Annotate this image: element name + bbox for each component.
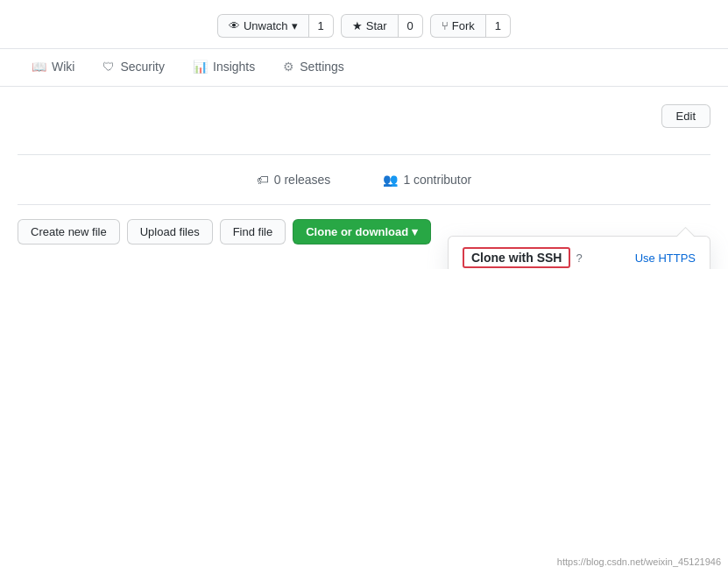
help-icon[interactable]: ? xyxy=(576,252,582,265)
edit-button[interactable]: Edit xyxy=(661,104,710,128)
unwatch-label: Unwatch xyxy=(244,19,288,32)
tab-security[interactable]: 🛡 Security xyxy=(88,49,179,86)
clone-with-ssh-title: Clone with SSH xyxy=(463,247,570,268)
main-content: Edit 🏷 0 releases 👥 1 contributor Create… xyxy=(0,87,728,269)
contributors-stat: 👥 1 contributor xyxy=(383,173,471,187)
tab-wiki-label: Wiki xyxy=(52,60,74,74)
star-button[interactable]: ★ Star xyxy=(341,14,399,38)
unwatch-button[interactable]: 👁 Unwatch ▾ xyxy=(217,14,309,38)
star-label: Star xyxy=(366,19,387,32)
clone-label: Clone or download xyxy=(306,225,408,238)
tab-wiki[interactable]: 📖 Wiki xyxy=(18,49,88,86)
clone-dropdown-panel: Clone with SSH ? Use HTTPS Use a passwor… xyxy=(448,236,710,269)
panel-header: Clone with SSH ? Use HTTPS xyxy=(449,237,710,269)
star-count[interactable]: 0 xyxy=(399,14,423,38)
tab-settings[interactable]: ⚙ Settings xyxy=(269,49,358,86)
dropdown-chevron-icon: ▾ xyxy=(412,225,418,238)
contributors-link[interactable]: 1 contributor xyxy=(403,173,471,187)
fork-count[interactable]: 1 xyxy=(486,14,511,38)
tab-insights-label: Insights xyxy=(213,60,255,74)
unwatch-count[interactable]: 1 xyxy=(309,14,334,38)
tag-icon: 🏷 xyxy=(257,173,269,187)
fork-group: ⑂ Fork 1 xyxy=(430,14,511,38)
dropdown-arrow-icon: ▾ xyxy=(292,19,298,32)
create-new-file-button[interactable]: Create new file xyxy=(18,219,120,244)
use-https-link[interactable]: Use HTTPS xyxy=(635,252,696,265)
star-group: ★ Star 0 xyxy=(341,14,423,38)
top-bar: 👁 Unwatch ▾ 1 ★ Star 0 ⑂ Fork 1 xyxy=(0,0,728,49)
panel-title-area: Clone with SSH ? xyxy=(463,247,583,268)
stats-row: 🏷 0 releases 👥 1 contributor xyxy=(18,154,710,205)
shield-icon: 🛡 xyxy=(102,60,115,74)
gear-icon: ⚙ xyxy=(283,60,294,74)
graph-icon: 📊 xyxy=(193,60,208,74)
fork-label: Fork xyxy=(452,19,475,32)
fork-button[interactable]: ⑂ Fork xyxy=(430,14,486,38)
tab-insights[interactable]: 📊 Insights xyxy=(179,49,269,86)
people-icon: 👥 xyxy=(383,173,398,187)
clone-or-download-button[interactable]: Clone or download ▾ xyxy=(293,219,431,244)
star-icon: ★ xyxy=(352,19,363,32)
tab-security-label: Security xyxy=(120,60,165,74)
releases-link[interactable]: 0 releases xyxy=(274,173,331,187)
releases-stat: 🏷 0 releases xyxy=(257,173,331,187)
book-icon: 📖 xyxy=(32,60,46,74)
eye-icon: 👁 xyxy=(229,19,240,32)
tab-settings-label: Settings xyxy=(300,60,344,74)
unwatch-group: 👁 Unwatch ▾ 1 xyxy=(217,14,334,38)
upload-files-button[interactable]: Upload files xyxy=(127,219,213,244)
nav-tabs: 📖 Wiki 🛡 Security 📊 Insights ⚙ Settings xyxy=(0,49,728,87)
find-file-button[interactable]: Find file xyxy=(220,219,286,244)
fork-icon: ⑂ xyxy=(442,19,449,32)
edit-row: Edit xyxy=(18,104,710,128)
